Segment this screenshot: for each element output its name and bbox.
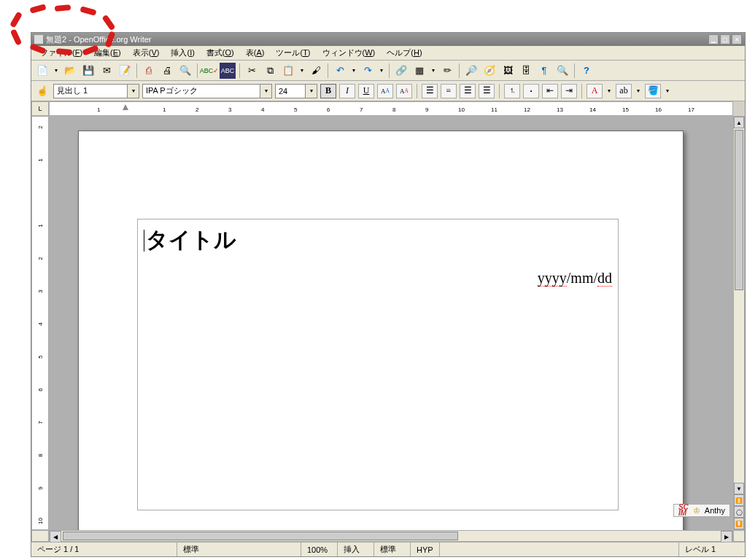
status-hyp[interactable]: HYP <box>411 542 440 556</box>
save-icon[interactable]: 💾 <box>80 63 96 79</box>
titlebar[interactable]: 無題2 - OpenOffice.org Writer ▁ ▢ ✕ <box>31 33 745 46</box>
copy-icon[interactable]: ⧉ <box>262 63 278 79</box>
format-brush-icon[interactable]: 🖌 <box>308 63 324 79</box>
vertical-ruler[interactable]: 2 1 1 2 3 4 5 6 7 8 9 10 <box>31 116 49 530</box>
prev-page-button[interactable]: ⏫ <box>734 494 744 506</box>
paragraph-style-input[interactable] <box>54 85 127 98</box>
underline-button[interactable]: U <box>358 84 374 98</box>
document-heading[interactable]: タイトル <box>144 225 612 255</box>
bullet-list-button[interactable]: • <box>523 84 539 98</box>
horizontal-scrollbar[interactable]: ◀ ▶ <box>49 530 733 542</box>
align-left-button[interactable]: ☰ <box>422 84 438 98</box>
menu-help[interactable]: ヘルプ(H) <box>382 46 426 60</box>
redo-dropdown[interactable]: ▾ <box>378 67 385 74</box>
close-button[interactable]: ✕ <box>732 34 742 44</box>
scroll-right-button[interactable]: ▶ <box>721 531 732 542</box>
highlight-dropdown[interactable]: ▾ <box>635 88 642 94</box>
font-color-dropdown[interactable]: ▾ <box>605 88 613 94</box>
print-icon[interactable]: 🖨 <box>159 63 175 79</box>
minimize-button[interactable]: ▁ <box>708 34 719 44</box>
nonprinting-icon[interactable]: ¶ <box>536 63 552 79</box>
italic-button[interactable]: I <box>339 84 355 98</box>
status-insert[interactable]: 挿入 <box>338 542 374 556</box>
font-size-input[interactable] <box>276 85 305 98</box>
undo-dropdown[interactable]: ▾ <box>350 67 357 74</box>
font-size-dropdown[interactable]: ▾ <box>305 85 317 98</box>
decrease-indent-button[interactable]: ⇤ <box>542 84 558 98</box>
paste-icon[interactable]: 📋 <box>280 63 296 79</box>
navigator-icon[interactable]: 🧭 <box>481 63 498 79</box>
bg-color-dropdown[interactable]: ▾ <box>664 88 671 94</box>
menu-insert[interactable]: 挿入(I) <box>166 46 198 60</box>
status-page[interactable]: ページ 1 / 1 <box>31 542 177 556</box>
nav-select-button[interactable]: ◯ <box>734 506 744 518</box>
align-right-button[interactable]: ☰ <box>460 84 476 98</box>
status-zoom[interactable]: 100% <box>301 542 338 556</box>
menu-window[interactable]: ウィンドウ(W) <box>318 46 380 60</box>
menu-table[interactable]: 表(A) <box>241 46 269 60</box>
menu-tools[interactable]: ツール(T) <box>271 46 314 60</box>
cut-icon[interactable]: ✂ <box>244 63 260 79</box>
highlight-button[interactable]: ab <box>616 84 632 98</box>
new-doc-dropdown[interactable]: ▾ <box>53 67 60 74</box>
menu-format[interactable]: 書式(O) <box>202 46 239 60</box>
ime-indicator[interactable]: SCIM ♔ Anthy <box>673 504 730 517</box>
hscroll-thumb[interactable] <box>63 532 458 540</box>
styles-window-icon[interactable]: ☝ <box>34 83 50 99</box>
bg-color-button[interactable]: 🪣 <box>645 84 661 98</box>
vertical-scrollbar[interactable]: ▲ ▼ ⏫ ◯ ⏬ <box>733 116 745 530</box>
find-icon[interactable]: 🔎 <box>463 63 479 79</box>
vscroll-thumb[interactable] <box>735 130 743 290</box>
gallery-icon[interactable]: 🖼 <box>500 63 516 79</box>
menu-edit[interactable]: 編集(E) <box>90 46 125 60</box>
zoom-icon[interactable]: 🔍 <box>554 63 570 79</box>
table-dropdown[interactable]: ▾ <box>430 67 437 74</box>
preview-icon[interactable]: 🔍 <box>177 63 193 79</box>
mail-icon[interactable]: ✉ <box>98 63 115 79</box>
numbered-list-button[interactable]: ⒈ <box>504 84 520 98</box>
align-center-button[interactable]: ≡ <box>441 84 457 98</box>
scroll-up-button[interactable]: ▲ <box>734 117 744 128</box>
superscript-button[interactable]: AA <box>377 84 393 98</box>
font-name-dropdown[interactable]: ▾ <box>260 85 271 98</box>
subscript-button[interactable]: AA <box>396 84 412 98</box>
pdf-export-icon[interactable]: ⎙ <box>141 63 157 79</box>
font-size-combo[interactable]: ▾ <box>275 84 317 98</box>
menu-view[interactable]: 表示(V) <box>128 46 164 60</box>
draw-icon[interactable]: ✏ <box>439 63 455 79</box>
status-level[interactable]: レベル 1 <box>679 542 745 556</box>
scroll-down-button[interactable]: ▼ <box>734 483 744 494</box>
document-area[interactable]: タイトル yyyy/mm/dd <box>49 116 733 530</box>
help-icon[interactable]: ? <box>578 63 595 79</box>
font-name-combo[interactable]: ▾ <box>142 84 272 98</box>
table-insert-icon[interactable]: ▦ <box>411 63 427 79</box>
status-mode[interactable]: 標準 <box>374 542 411 556</box>
autospell-icon[interactable]: ABC <box>220 63 236 79</box>
hyperlink-icon[interactable]: 🔗 <box>393 63 409 79</box>
redo-icon[interactable]: ↷ <box>360 63 376 79</box>
next-page-button[interactable]: ⏬ <box>734 518 744 529</box>
paste-dropdown[interactable]: ▾ <box>298 67 306 74</box>
paragraph-style-dropdown[interactable]: ▾ <box>127 85 139 98</box>
font-color-button[interactable]: A <box>587 84 603 98</box>
status-style[interactable]: 標準 <box>177 542 301 556</box>
align-justify-button[interactable]: ☰ <box>479 84 495 98</box>
edit-file-icon[interactable]: 📝 <box>117 63 133 79</box>
new-doc-icon[interactable]: 📄 <box>34 63 50 79</box>
datasources-icon[interactable]: 🗄 <box>518 63 534 79</box>
page[interactable]: タイトル yyyy/mm/dd <box>78 131 684 530</box>
increase-indent-button[interactable]: ⇥ <box>561 84 577 98</box>
bold-button[interactable]: B <box>320 84 336 98</box>
font-name-input[interactable] <box>143 85 260 98</box>
paragraph-style-combo[interactable]: ▾ <box>53 84 139 98</box>
undo-icon[interactable]: ↶ <box>332 63 348 79</box>
document-date[interactable]: yyyy/mm/dd <box>144 270 612 287</box>
indent-marker-icon[interactable] <box>123 104 128 110</box>
open-icon[interactable]: 📂 <box>62 63 78 79</box>
text-frame[interactable]: タイトル yyyy/mm/dd <box>137 219 619 510</box>
maximize-button[interactable]: ▢ <box>720 34 730 44</box>
spellcheck-icon[interactable]: ABC✓ <box>201 63 217 79</box>
menu-file[interactable]: ファイル(F) <box>36 46 87 60</box>
horizontal-ruler[interactable]: 1 1 2 3 4 5 6 7 8 9 10 11 12 13 14 15 <box>49 101 733 116</box>
scroll-left-button[interactable]: ◀ <box>50 531 61 542</box>
